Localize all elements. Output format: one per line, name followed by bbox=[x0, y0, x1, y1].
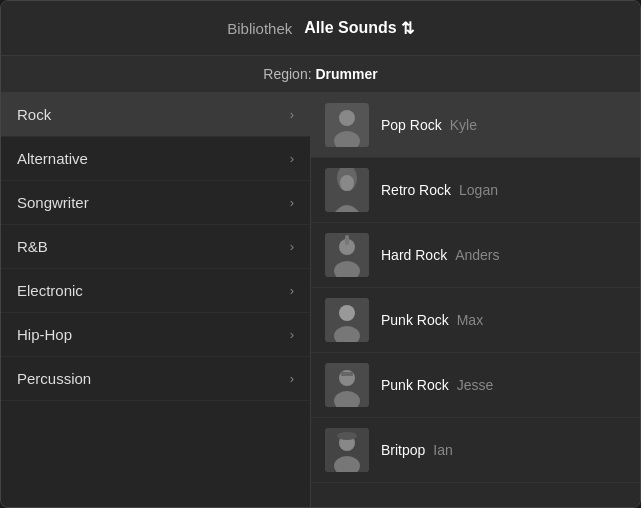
preset-item-kyle[interactable]: Pop Rock Kyle bbox=[311, 93, 640, 158]
category-item-songwriter[interactable]: Songwriter › bbox=[1, 181, 310, 225]
category-label: Alternative bbox=[17, 150, 88, 167]
preset-info: Pop Rock Kyle bbox=[381, 117, 477, 133]
library-label: Bibliothek bbox=[227, 20, 292, 37]
region-prefix: Region: bbox=[263, 66, 315, 82]
preset-item-anders[interactable]: Hard Rock Anders bbox=[311, 223, 640, 288]
category-item-electronic[interactable]: Electronic › bbox=[1, 269, 310, 313]
region-bar: Region: Drummer bbox=[1, 56, 640, 93]
chevron-right-icon: › bbox=[290, 327, 294, 342]
preset-genre: Punk Rock bbox=[381, 377, 449, 393]
preset-item-max[interactable]: Punk Rock Max bbox=[311, 288, 640, 353]
header-title: Alle Sounds ⇅ bbox=[304, 19, 413, 38]
preset-item-logan[interactable]: Retro Rock Logan bbox=[311, 158, 640, 223]
right-panel: Pop Rock Kyle Retro Rock Logan bbox=[311, 93, 640, 507]
preset-genre: Retro Rock bbox=[381, 182, 451, 198]
preset-genre: Hard Rock bbox=[381, 247, 447, 263]
preset-genre: Punk Rock bbox=[381, 312, 449, 328]
category-label: Hip-Hop bbox=[17, 326, 72, 343]
header: Bibliothek Alle Sounds ⇅ bbox=[1, 1, 640, 56]
preset-item-jesse[interactable]: Punk Rock Jesse bbox=[311, 353, 640, 418]
avatar bbox=[325, 428, 369, 472]
chevron-right-icon: › bbox=[290, 107, 294, 122]
svg-point-12 bbox=[339, 305, 355, 321]
category-label: Songwriter bbox=[17, 194, 89, 211]
category-item-rock[interactable]: Rock › bbox=[1, 93, 310, 137]
category-label: R&B bbox=[17, 238, 48, 255]
svg-rect-21 bbox=[338, 433, 356, 438]
sort-arrows-icon[interactable]: ⇅ bbox=[401, 19, 414, 38]
preset-info: Punk Rock Jesse bbox=[381, 377, 493, 393]
avatar bbox=[325, 298, 369, 342]
svg-rect-9 bbox=[345, 235, 349, 245]
preset-name: Kyle bbox=[450, 117, 477, 133]
category-label: Electronic bbox=[17, 282, 83, 299]
app-container: Bibliothek Alle Sounds ⇅ Region: Drummer… bbox=[0, 0, 641, 508]
preset-name: Jesse bbox=[457, 377, 494, 393]
all-sounds-label: Alle Sounds bbox=[304, 19, 396, 37]
preset-item-ian[interactable]: Britpop Ian bbox=[311, 418, 640, 483]
avatar bbox=[325, 168, 369, 212]
svg-point-6 bbox=[340, 175, 354, 191]
avatar bbox=[325, 363, 369, 407]
chevron-right-icon: › bbox=[290, 195, 294, 210]
preset-info: Hard Rock Anders bbox=[381, 247, 500, 263]
avatar bbox=[325, 103, 369, 147]
category-label: Percussion bbox=[17, 370, 91, 387]
chevron-right-icon: › bbox=[290, 283, 294, 298]
preset-info: Retro Rock Logan bbox=[381, 182, 498, 198]
svg-point-1 bbox=[339, 110, 355, 126]
category-item-alternative[interactable]: Alternative › bbox=[1, 137, 310, 181]
svg-rect-16 bbox=[341, 372, 353, 376]
category-item-percussion[interactable]: Percussion › bbox=[1, 357, 310, 401]
preset-name: Max bbox=[457, 312, 483, 328]
preset-genre: Pop Rock bbox=[381, 117, 442, 133]
category-item-r-b[interactable]: R&B › bbox=[1, 225, 310, 269]
chevron-right-icon: › bbox=[290, 151, 294, 166]
region-name: Drummer bbox=[315, 66, 377, 82]
preset-genre: Britpop bbox=[381, 442, 425, 458]
preset-info: Britpop Ian bbox=[381, 442, 453, 458]
preset-name: Logan bbox=[459, 182, 498, 198]
chevron-right-icon: › bbox=[290, 371, 294, 386]
preset-info: Punk Rock Max bbox=[381, 312, 483, 328]
avatar bbox=[325, 233, 369, 277]
category-item-hip-hop[interactable]: Hip-Hop › bbox=[1, 313, 310, 357]
chevron-right-icon: › bbox=[290, 239, 294, 254]
category-label: Rock bbox=[17, 106, 51, 123]
preset-name: Anders bbox=[455, 247, 499, 263]
preset-name: Ian bbox=[433, 442, 452, 458]
main-content: Rock › Alternative › Songwriter › R&B › … bbox=[1, 93, 640, 507]
left-panel: Rock › Alternative › Songwriter › R&B › … bbox=[1, 93, 311, 507]
